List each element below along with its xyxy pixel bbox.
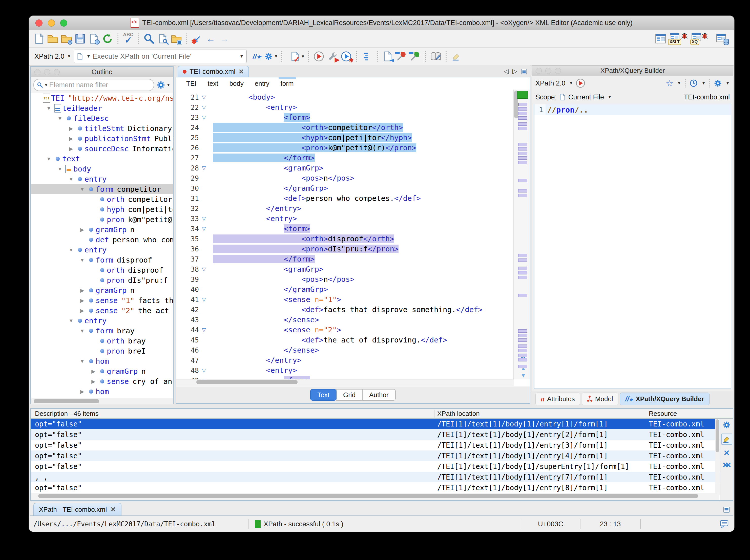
format-indent-button[interactable]: ⇥ [381, 49, 394, 63]
expand-closed-icon[interactable]: ▶ [78, 227, 86, 233]
code-line[interactable]: 37 </form> [176, 254, 514, 264]
occurrence-marker[interactable] [518, 349, 527, 352]
close-tab-icon[interactable]: ✕ [239, 68, 244, 76]
fold-toggle-icon[interactable]: ▽ [202, 327, 213, 333]
fold-toggle-icon[interactable]: ▽ [202, 114, 213, 120]
debug-xquery-button[interactable]: XQ [689, 32, 710, 45]
expand-closed-icon[interactable]: ▶ [78, 287, 86, 294]
apply-transformation-button[interactable] [312, 49, 325, 63]
builder-xpath-version[interactable]: XPath 2.0 [535, 79, 566, 87]
last-modification-button[interactable]: ↙✱ [190, 32, 204, 45]
find-replace-button[interactable] [142, 32, 156, 45]
editor-tab[interactable]: TEI-combo.xml ✕ [178, 66, 249, 77]
outline-tree-item[interactable]: prondIs"pru:f [31, 275, 173, 285]
scroll-tabs-left-icon[interactable]: ◁ [504, 67, 509, 75]
debug-scenario-button[interactable]: ✱ [339, 49, 353, 63]
outline-tree-item[interactable]: ▼entry [31, 174, 173, 184]
expand-open-icon[interactable]: ▼ [67, 318, 75, 324]
code-line[interactable]: 43 </sense> [176, 315, 514, 325]
result-row[interactable]: opt="false"/TEI[1]/text[1]/body[1]/entry… [31, 440, 733, 451]
code-viewport[interactable]: 20▽ <text>21▽ <body>22▽ <entry>23▽ <form… [176, 89, 514, 379]
results-header-description[interactable]: Description - 46 items [31, 410, 435, 418]
occurrence-marker[interactable] [518, 354, 527, 357]
tab-model[interactable]: Model [582, 393, 618, 405]
mode-author-button[interactable]: Author [362, 389, 396, 401]
expand-closed-icon[interactable]: ▶ [78, 388, 86, 395]
outline-tree-item[interactable]: ▶gramGrpn [31, 285, 173, 296]
result-row[interactable]: , ,/TEI[1]/text[1]/body[1]/entry[7]/form… [31, 472, 733, 482]
occurrence-marker[interactable] [518, 143, 527, 146]
expand-open-icon[interactable]: ▼ [56, 166, 64, 172]
code-line[interactable]: 33▽ <entry> [176, 214, 514, 224]
outline-tree-item[interactable]: ▶sense"1"facts that [31, 296, 173, 305]
outline-blocks-button[interactable] [360, 49, 374, 63]
editor-horizontal-scrollbar[interactable] [176, 379, 514, 386]
outline-tree-item[interactable]: ▶publicationStmtPublica [31, 134, 173, 144]
code-line[interactable]: 31 <def>person who competes.</def> [176, 193, 514, 203]
code-line[interactable]: 22▽ <entry> [176, 102, 514, 112]
result-row[interactable]: opt="false"/TEI[1]/text[1]/body[1]/entry… [31, 482, 733, 493]
scope-selector[interactable]: Current File [568, 93, 604, 101]
occurrence-marker[interactable] [518, 276, 527, 279]
occurrence-marker[interactable] [518, 112, 527, 115]
validate-document-button[interactable]: ✓ ▼ [285, 49, 305, 63]
outline-tree-item[interactable]: ▼text [31, 154, 173, 164]
fold-toggle-icon[interactable]: ▽ [202, 367, 213, 373]
fold-toggle-icon[interactable]: ▽ [202, 226, 213, 232]
expand-closed-icon[interactable]: ▶ [78, 307, 86, 314]
results-header-xpath-location[interactable]: XPath location [435, 410, 646, 418]
code-line[interactable]: 25 <hyph>com|peti|tor</hyph> [176, 133, 514, 143]
code-line[interactable]: 24 <orth>competitor</orth> [176, 122, 514, 133]
expand-closed-icon[interactable]: ▶ [78, 297, 86, 303]
outline-settings-button[interactable]: ▼ [157, 81, 171, 89]
code-line[interactable]: 21▽ <body> [176, 92, 514, 102]
occurrence-marker[interactable] [518, 103, 527, 106]
remove-all-results-icon[interactable]: ✕✕ [722, 461, 728, 469]
fold-toggle-icon[interactable]: ▽ [202, 297, 213, 302]
mode-text-button[interactable]: Text [310, 389, 337, 401]
results-header-resource[interactable]: Resource [646, 410, 733, 418]
builder-panel-header[interactable]: XPath/XQuery Builder [532, 65, 733, 76]
highlight-results-icon[interactable] [721, 434, 732, 445]
element-filter-input[interactable]: ▾ Element name filter [34, 79, 154, 91]
results-horizontal-scrollbar[interactable] [32, 493, 718, 500]
code-line[interactable]: 32 </entry> [176, 203, 514, 214]
occurrence-marker[interactable] [518, 156, 527, 160]
outline-tree-item[interactable]: ▶sense"2"the act of [31, 305, 173, 316]
outline-tree-item[interactable]: ▼fileDesc [31, 113, 173, 123]
breadcrumb-item-form[interactable]: form [281, 80, 294, 87]
expand-open-icon[interactable]: ▼ [67, 176, 75, 182]
occurrence-marker[interactable] [518, 152, 527, 155]
expand-closed-icon[interactable]: ▶ [89, 368, 98, 374]
fold-toggle-icon[interactable]: ▽ [202, 104, 213, 110]
xpath-settings-button[interactable]: ▼ [264, 49, 278, 63]
code-line[interactable]: 29 <pos>n</pos> [176, 173, 514, 183]
find-resource-button[interactable] [170, 32, 183, 45]
code-line[interactable]: 48▽ <entry> [176, 365, 514, 375]
result-row[interactable]: opt="false"/TEI[1]/text[1]/body[1]/super… [31, 461, 733, 472]
expand-open-icon[interactable]: ▼ [67, 247, 75, 253]
expand-open-icon[interactable]: ▼ [44, 105, 53, 111]
occurrence-marker[interactable] [518, 266, 527, 270]
occurrence-marker[interactable] [518, 344, 527, 348]
code-line[interactable]: 42 <def>facts that disprove something.</… [176, 304, 514, 315]
expand-closed-icon[interactable]: ▶ [67, 146, 75, 152]
occurrence-marker[interactable] [518, 189, 527, 193]
expand-open-icon[interactable]: ▼ [56, 116, 64, 121]
breadcrumb-item-entry[interactable]: entry [255, 80, 270, 87]
occurrence-marker[interactable] [518, 271, 527, 275]
expand-open-icon[interactable]: ▼ [44, 156, 53, 162]
code-line[interactable]: 49▽ <form> [176, 375, 514, 379]
outline-tree-item[interactable]: pronbreI [31, 346, 173, 356]
occurrence-marker[interactable] [518, 107, 527, 111]
outline-tree-item[interactable]: orthcompetitor [31, 194, 173, 204]
xpath-expression-line[interactable]: 1 //pron/.. [534, 104, 731, 115]
perspective-layout-button[interactable] [654, 32, 668, 45]
code-line[interactable]: 47 </entry> [176, 355, 514, 365]
open-file-button[interactable] [46, 32, 60, 45]
outline-tree-item[interactable]: ▼entry [31, 316, 173, 326]
occurrence-marker[interactable] [518, 116, 527, 120]
occurrence-marker[interactable] [518, 259, 527, 262]
xpath-expression-editor[interactable]: 1 //pron/.. [534, 104, 731, 389]
outline-tree-item[interactable]: ▼formcompetitor [31, 184, 173, 194]
